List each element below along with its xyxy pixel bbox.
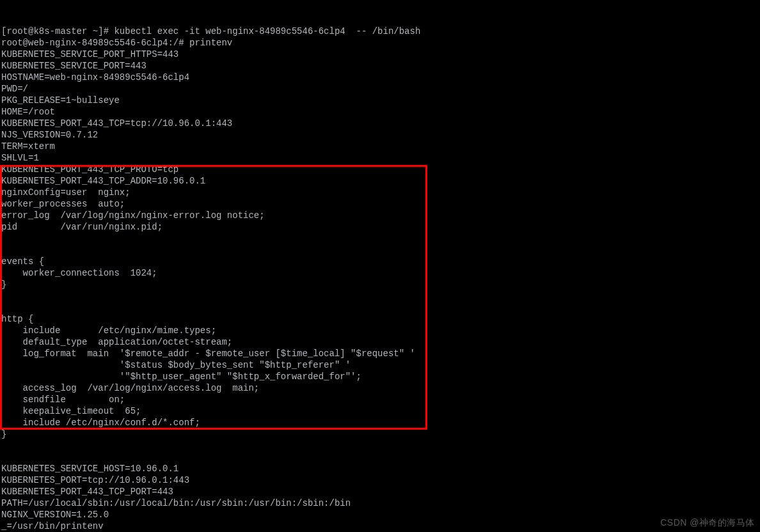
terminal-line: '$status $body_bytes_sent "$http_referer… <box>1 359 759 371</box>
terminal-line: SHLVL=1 <box>1 152 759 164</box>
terminal-line: http { <box>1 313 759 325</box>
terminal-line: PATH=/usr/local/sbin:/usr/local/bin:/usr… <box>1 497 759 509</box>
terminal-line <box>1 233 759 244</box>
terminal-line: KUBERNETES_SERVICE_PORT=443 <box>1 60 759 72</box>
terminal-line: KUBERNETES_PORT_443_TCP=tcp://10.96.0.1:… <box>1 118 759 129</box>
terminal-line <box>1 440 759 451</box>
watermark-text: CSDN @神奇的海马体 <box>660 517 755 528</box>
terminal-line: KUBERNETES_PORT_443_TCP_PORT=443 <box>1 486 759 497</box>
terminal-line <box>1 244 759 256</box>
terminal-line: keepalive_timeout 65; <box>1 405 759 417</box>
terminal-line: default_type application/octet-stream; <box>1 336 759 348</box>
terminal-line: '"$http_user_agent" "$http_x_forwarded_f… <box>1 371 759 382</box>
terminal-line: worker_processes auto; <box>1 198 759 210</box>
terminal-line: error_log /var/log/nginx/nginx-error.log… <box>1 210 759 221</box>
terminal-line: KUBERNETES_PORT_443_TCP_ADDR=10.96.0.1 <box>1 175 759 187</box>
terminal-line: include /etc/nginx/mime.types; <box>1 325 759 336</box>
terminal-line <box>1 451 759 463</box>
terminal-line: HOSTNAME=web-nginx-84989c5546-6clp4 <box>1 72 759 83</box>
terminal-line: sendfile on; <box>1 394 759 405</box>
terminal-line: events { <box>1 256 759 267</box>
terminal-line: KUBERNETES_SERVICE_PORT_HTTPS=443 <box>1 49 759 60</box>
terminal-line: nginxConfig=user nginx; <box>1 187 759 198</box>
terminal-line: log_format main '$remote_addr - $remote_… <box>1 348 759 359</box>
terminal-line <box>1 302 759 313</box>
terminal-line: root@web-nginx-84989c5546-6clp4:/# print… <box>1 37 759 49</box>
terminal-line <box>1 290 759 302</box>
terminal-output[interactable]: [root@k8s-master ~]# kubectl exec -it we… <box>0 0 760 532</box>
terminal-line: KUBERNETES_PORT=tcp://10.96.0.1:443 <box>1 474 759 486</box>
terminal-line: _=/usr/bin/printenv <box>1 520 759 532</box>
terminal-line: worker_connections 1024; <box>1 267 759 279</box>
terminal-line: } <box>1 428 759 440</box>
terminal-line: TERM=xterm <box>1 141 759 152</box>
terminal-line: include /etc/nginx/conf.d/*.conf; <box>1 417 759 428</box>
terminal-line: KUBERNETES_SERVICE_HOST=10.96.0.1 <box>1 463 759 474</box>
terminal-line: access_log /var/log/nginx/access.log mai… <box>1 382 759 394</box>
terminal-line: NJS_VERSION=0.7.12 <box>1 129 759 141</box>
terminal-line: PWD=/ <box>1 83 759 95</box>
terminal-line: PKG_RELEASE=1~bullseye <box>1 95 759 106</box>
terminal-line: KUBERNETES_PORT_443_TCP_PROTO=tcp <box>1 164 759 175</box>
terminal-line: NGINX_VERSION=1.25.0 <box>1 509 759 520</box>
terminal-line: [root@k8s-master ~]# kubectl exec -it we… <box>1 26 759 37</box>
terminal-line: } <box>1 279 759 290</box>
terminal-line: pid /var/run/nginx.pid; <box>1 221 759 233</box>
terminal-line: HOME=/root <box>1 106 759 118</box>
